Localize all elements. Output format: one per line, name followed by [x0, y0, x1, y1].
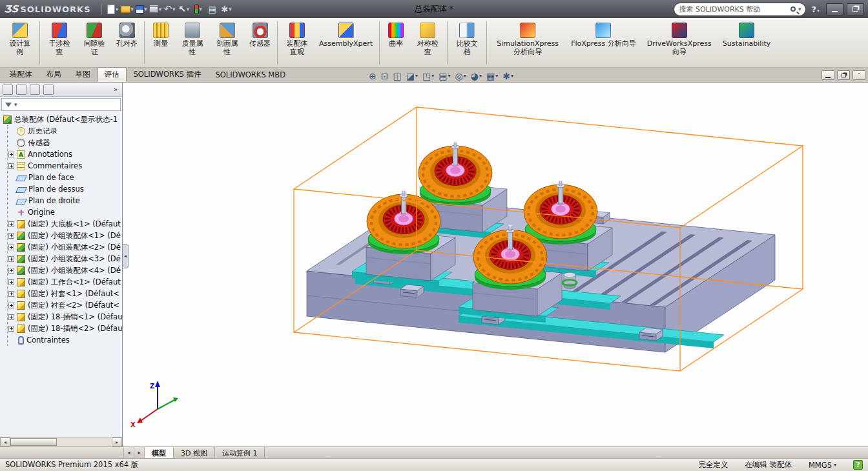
ribbon-button[interactable]: 质量属性 — [175, 19, 210, 66]
edit-appearance-icon[interactable]: ◕ — [471, 72, 482, 81]
tree-item[interactable]: (固定) 大底板<1> (Défaut — [8, 218, 122, 230]
tree-item[interactable]: Plan de dessus — [8, 183, 122, 195]
tree-item[interactable]: (固定) 小组装配体<3> (Dé — [8, 253, 122, 265]
tab-scroll-right-button[interactable]: ▸ — [134, 447, 145, 458]
doc-minimize-button[interactable] — [822, 70, 834, 80]
save-icon[interactable] — [134, 2, 149, 16]
ribbon-button[interactable]: 干涉检查 — [42, 19, 77, 66]
expander-icon[interactable] — [8, 163, 14, 169]
file-properties-icon[interactable] — [205, 2, 220, 16]
tree-item[interactable]: Plan de face — [8, 172, 122, 183]
graphics-viewport[interactable]: ◂ — [123, 83, 868, 446]
zoom-fit-icon[interactable]: ⊕ — [369, 72, 377, 81]
ribbon-button[interactable]: AssemblyXpert — [315, 19, 377, 66]
view-orientation-icon[interactable]: ◳ — [422, 72, 434, 81]
hide-show-icon[interactable]: ◎ — [455, 72, 466, 81]
propertymanager-tab[interactable] — [16, 85, 26, 95]
tree-item[interactable]: Plan de droite — [8, 195, 122, 206]
ribbon-button[interactable]: 剖面属性 — [210, 19, 245, 66]
undo-icon[interactable] — [163, 2, 177, 16]
ribbon-button[interactable]: Sustainability — [718, 19, 775, 66]
tree-filter-bar[interactable]: ▾ — [1, 98, 121, 111]
minimize-button[interactable] — [826, 3, 843, 15]
ribbon-button[interactable]: 传感器 — [245, 19, 275, 66]
configurationmanager-tab[interactable] — [30, 85, 40, 95]
expander-icon[interactable] — [8, 291, 14, 297]
command-tab[interactable]: 评估 — [98, 67, 127, 82]
previous-view-icon[interactable]: ◫ — [393, 72, 401, 81]
scroll-right-button[interactable]: ▸ — [112, 437, 122, 446]
expander-icon[interactable] — [8, 303, 14, 308]
tab-scroll-left-button[interactable]: ◂ — [124, 447, 134, 458]
command-tab[interactable]: SOLIDWORKS 插件 — [127, 67, 209, 82]
ribbon-button[interactable]: 装配体直观 — [280, 19, 315, 66]
search-dropdown-icon[interactable]: ▾ — [798, 6, 801, 12]
ribbon-button[interactable]: FloXpress 分析向导 — [566, 19, 641, 66]
ribbon-button[interactable]: 间隙验证 — [77, 19, 112, 66]
tree-item[interactable]: Origine — [8, 206, 122, 218]
print-icon[interactable] — [149, 2, 163, 16]
restore-button[interactable] — [847, 3, 864, 15]
scrollbar-thumb[interactable] — [10, 438, 57, 446]
rebuild-icon[interactable] — [191, 2, 205, 16]
units-selector[interactable]: MMGS ▾ — [809, 461, 836, 470]
tree-item[interactable]: (固定) 小组装配体<4> (Dé — [8, 265, 122, 276]
ribbon-button[interactable]: SimulationXpress 分析向导 — [489, 19, 566, 66]
bushing[interactable] — [563, 272, 577, 289]
tree-item[interactable]: (固定) 小组装配体<2> (Dé — [8, 241, 122, 253]
tree-item[interactable]: 传感器 — [8, 137, 122, 148]
tree-item[interactable]: (固定) 工作台<1> (Défaut — [8, 276, 122, 288]
scrollbar-track[interactable] — [57, 437, 112, 446]
graphics-area[interactable]: Z X — [123, 83, 868, 446]
new-document-icon[interactable] — [106, 2, 120, 16]
ribbon-button[interactable]: 孔对齐 — [112, 19, 142, 66]
ribbon-button[interactable]: 测量 — [147, 19, 175, 66]
ribbon-button[interactable]: 设计算例 — [3, 19, 37, 66]
expander-icon[interactable] — [8, 314, 14, 320]
open-icon[interactable] — [120, 2, 134, 16]
command-tab[interactable]: SOLIDWORKS MBD — [208, 68, 293, 82]
command-tab[interactable]: 草图 — [68, 67, 98, 82]
study-tab[interactable]: 3D 视图 — [174, 447, 215, 458]
tree-root-item[interactable]: 总装配体 (Défaut<显示状态-1 — [3, 114, 122, 125]
displaymanager-tab[interactable] — [43, 85, 54, 95]
expander-icon[interactable] — [8, 268, 14, 274]
tree-item[interactable]: Commentaires — [8, 160, 122, 172]
help-status-button[interactable]: ? — [853, 460, 863, 470]
section-view-icon[interactable]: ◪ — [406, 72, 418, 81]
tree-item[interactable]: (固定) 衬套<2> (Défaut< — [8, 299, 122, 311]
tree-item[interactable]: (固定) 18-插销<1> (Défau — [8, 311, 122, 323]
panel-collapse-handle[interactable]: ◂ — [123, 244, 129, 268]
study-tab[interactable]: 运动算例 1 — [215, 447, 265, 458]
tree-item[interactable]: (固定) 18-插销<2> (Défau — [8, 323, 122, 334]
ribbon-button[interactable]: 对称检查 — [410, 19, 445, 66]
tree-horizontal-scrollbar[interactable]: ◂ ▸ — [0, 437, 122, 446]
tree-item[interactable]: (固定) 小组装配体<1> (Dé — [8, 230, 122, 241]
tree-item[interactable]: Contraintes — [8, 334, 122, 346]
more-tabs-icon[interactable]: » — [112, 86, 119, 93]
tree-item[interactable]: (固定) 衬套<1> (Défaut< — [8, 288, 122, 299]
select-icon[interactable] — [177, 2, 191, 16]
expander-icon[interactable] — [8, 152, 14, 157]
apply-scene-icon[interactable]: ▦ — [486, 72, 498, 81]
tree-item[interactable]: 历史记录 — [8, 125, 122, 137]
help-button[interactable]: ? — [808, 5, 823, 14]
expander-icon[interactable] — [8, 256, 14, 262]
reference-triad[interactable]: Z X — [130, 381, 178, 428]
options-icon[interactable] — [220, 2, 234, 16]
command-tab[interactable]: 装配体 — [3, 67, 39, 82]
search-icon[interactable] — [790, 6, 796, 12]
expander-icon[interactable] — [8, 326, 14, 332]
tree-item[interactable]: Annotations — [8, 148, 122, 160]
search-input[interactable] — [679, 5, 787, 14]
ribbon-button[interactable]: 比较文档 — [450, 19, 484, 66]
command-tab[interactable]: 布局 — [39, 67, 68, 82]
featuremanager-tab[interactable] — [3, 85, 13, 95]
view-settings-icon[interactable]: ✱ — [502, 72, 513, 81]
collapse-ribbon-button[interactable]: ˄ — [852, 70, 865, 80]
expander-icon[interactable] — [8, 245, 14, 250]
expander-icon[interactable] — [8, 221, 14, 227]
study-tab[interactable]: 模型 — [145, 447, 174, 458]
expander-icon[interactable] — [8, 233, 14, 239]
doc-restore-button[interactable] — [837, 70, 850, 80]
